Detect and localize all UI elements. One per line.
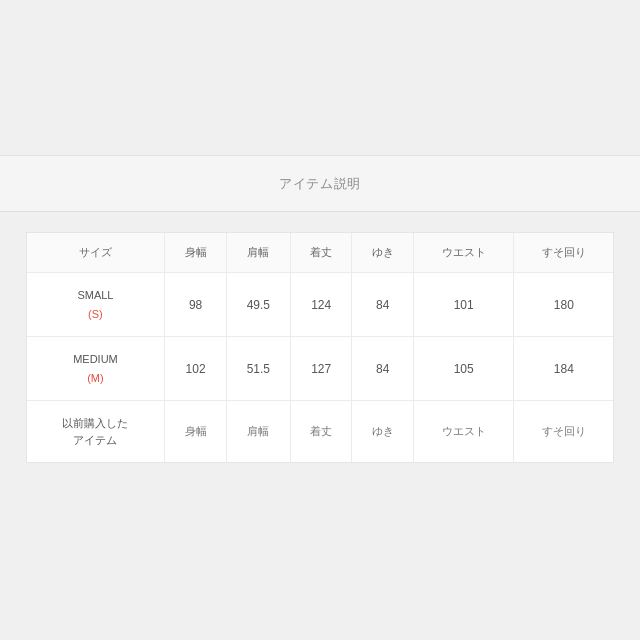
col-header-hem: すそ回り bbox=[514, 233, 614, 273]
size-medium-label: MEDIUM bbox=[33, 351, 159, 368]
small-waist: 101 bbox=[414, 273, 514, 337]
table-header-row: サイズ 身幅 肩幅 着丈 ゆき ウエスト すそ回り bbox=[27, 233, 614, 273]
medium-body-width: 102 bbox=[165, 337, 227, 401]
medium-length: 127 bbox=[290, 337, 352, 401]
table-row-previous: 以前購入したアイテム 身幅 肩幅 着丈 ゆき ウエスト すそ回り bbox=[27, 401, 614, 463]
size-medium-icon: (M) bbox=[87, 370, 104, 387]
previous-waist: ウエスト bbox=[414, 401, 514, 463]
previous-shoulder: 肩幅 bbox=[226, 401, 290, 463]
previous-length: 着丈 bbox=[290, 401, 352, 463]
size-table-container: サイズ 身幅 肩幅 着丈 ゆき ウエスト すそ回り SMALL (S) bbox=[26, 232, 615, 463]
col-header-shoulder: 肩幅 bbox=[226, 233, 290, 273]
small-body-width: 98 bbox=[165, 273, 227, 337]
small-length: 124 bbox=[290, 273, 352, 337]
size-small-icon: (S) bbox=[88, 306, 103, 323]
size-previous-cell: 以前購入したアイテム bbox=[27, 401, 165, 463]
size-table: サイズ 身幅 肩幅 着丈 ゆき ウエスト すそ回り SMALL (S) bbox=[27, 233, 614, 462]
previous-hem: すそ回り bbox=[514, 401, 614, 463]
col-header-length: 着丈 bbox=[290, 233, 352, 273]
col-header-body-width: 身幅 bbox=[165, 233, 227, 273]
table-row-small: SMALL (S) 98 49.5 124 84 101 180 bbox=[27, 273, 614, 337]
medium-shoulder: 51.5 bbox=[226, 337, 290, 401]
page-wrapper: アイテム説明 サイズ 身幅 肩幅 着丈 ゆき ウエスト すそ回り bbox=[0, 0, 640, 640]
medium-hem: 184 bbox=[514, 337, 614, 401]
medium-waist: 105 bbox=[414, 337, 514, 401]
medium-yuki: 84 bbox=[352, 337, 414, 401]
size-previous-label: 以前購入したアイテム bbox=[33, 415, 159, 448]
item-description-label: アイテム説明 bbox=[279, 176, 361, 191]
small-shoulder: 49.5 bbox=[226, 273, 290, 337]
small-hem: 180 bbox=[514, 273, 614, 337]
col-header-size: サイズ bbox=[27, 233, 165, 273]
col-header-yuki: ゆき bbox=[352, 233, 414, 273]
size-small-label: SMALL bbox=[33, 287, 159, 304]
small-yuki: 84 bbox=[352, 273, 414, 337]
previous-yuki: ゆき bbox=[352, 401, 414, 463]
size-medium-cell: MEDIUM (M) bbox=[27, 337, 165, 401]
col-header-waist: ウエスト bbox=[414, 233, 514, 273]
table-row-medium: MEDIUM (M) 102 51.5 127 84 105 184 bbox=[27, 337, 614, 401]
previous-body-width: 身幅 bbox=[165, 401, 227, 463]
item-description-bar: アイテム説明 bbox=[0, 155, 640, 212]
size-small-cell: SMALL (S) bbox=[27, 273, 165, 337]
